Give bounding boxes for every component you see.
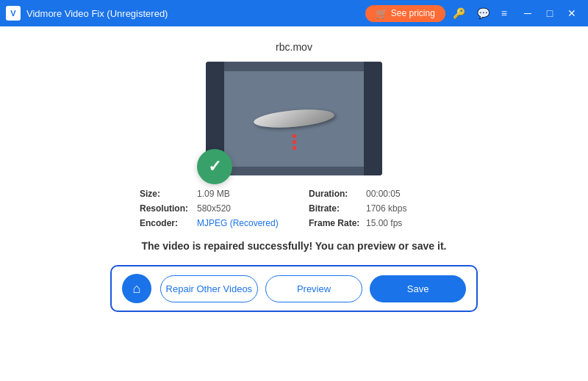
minimize-button[interactable]: ─	[517, 3, 538, 23]
cart-icon: 🛒	[376, 8, 387, 19]
duration-value: 00:00:05	[366, 189, 401, 199]
title-bar-right: 🛒 See pricing 🔑 💬 ≡ ─ □ ✕	[365, 3, 582, 23]
encoder-value: MJPEG (Recovered)	[197, 218, 279, 228]
red-dot-2	[293, 140, 296, 144]
app-logo: V	[6, 6, 21, 21]
video-side-right	[364, 62, 382, 175]
duration-label: Duration:	[309, 189, 360, 199]
success-message: The video is repaired successfully! You …	[142, 240, 447, 252]
video-content-blob	[253, 106, 335, 130]
video-filename: rbc.mov	[276, 41, 312, 53]
info-row-framerate: Frame Rate: 15.00 fps	[309, 218, 448, 228]
red-indicator	[293, 134, 296, 150]
resolution-label: Resolution:	[140, 203, 191, 214]
save-button[interactable]: Save	[370, 275, 466, 302]
repair-other-videos-button[interactable]: Repair Other Videos	[160, 275, 258, 302]
preview-button[interactable]: Preview	[265, 275, 363, 302]
close-button[interactable]: ✕	[562, 3, 582, 23]
video-thumbnail	[206, 62, 382, 175]
encoder-label: Encoder:	[140, 218, 191, 228]
pricing-button[interactable]: 🛒 See pricing	[365, 5, 445, 22]
app-title: Vidmore Video Fix (Unregistered)	[26, 8, 168, 19]
chat-button[interactable]: 💬	[473, 6, 494, 21]
info-row-resolution: Resolution: 580x520	[140, 203, 279, 214]
action-buttons: Repair Other Videos Preview Save	[160, 275, 466, 302]
key-button[interactable]: 🔑	[448, 6, 470, 21]
info-row-bitrate: Bitrate: 1706 kbps	[309, 203, 448, 214]
red-dot-3	[293, 146, 296, 150]
window-controls: ─ □ ✕	[517, 3, 582, 23]
resolution-value: 580x520	[197, 203, 231, 214]
red-dot-1	[293, 134, 296, 138]
title-bar: V Vidmore Video Fix (Unregistered) 🛒 See…	[0, 0, 588, 26]
pricing-label: See pricing	[391, 8, 435, 18]
size-value: 1.09 MB	[197, 189, 230, 199]
video-thumb-inner	[224, 71, 364, 167]
info-row-encoder: Encoder: MJPEG (Recovered)	[140, 218, 279, 228]
file-info-grid: Size: 1.09 MB Duration: 00:00:05 Resolut…	[140, 189, 448, 228]
info-row-size: Size: 1.09 MB	[140, 189, 279, 199]
video-container: ✓	[206, 62, 382, 175]
action-area: ⌂ Repair Other Videos Preview Save	[110, 265, 478, 312]
main-content: rbc.mov ✓ Size: 1.09 MB Duration: 00:00:…	[0, 26, 588, 327]
info-row-duration: Duration: 00:00:05	[309, 189, 448, 199]
bitrate-value: 1706 kbps	[366, 203, 406, 214]
framerate-value: 15.00 fps	[366, 218, 402, 228]
bitrate-label: Bitrate:	[309, 203, 360, 214]
menu-button[interactable]: ≡	[497, 6, 512, 21]
title-bar-left: V Vidmore Video Fix (Unregistered)	[6, 6, 168, 21]
framerate-label: Frame Rate:	[309, 218, 360, 228]
maximize-button[interactable]: □	[539, 3, 560, 23]
home-button[interactable]: ⌂	[122, 274, 151, 303]
size-label: Size:	[140, 189, 191, 199]
success-badge: ✓	[197, 149, 232, 184]
